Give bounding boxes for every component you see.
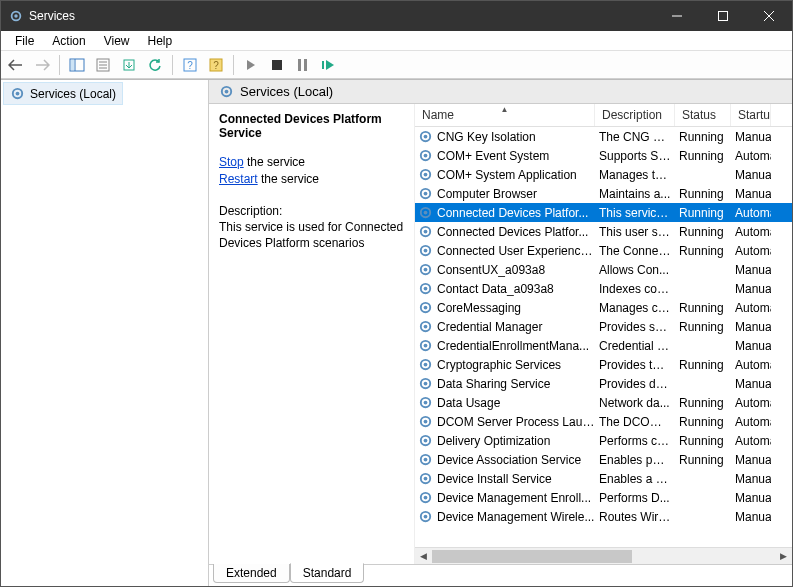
stop-service-button[interactable] <box>266 54 288 76</box>
scroll-track[interactable] <box>432 548 775 565</box>
properties-button[interactable] <box>92 54 114 76</box>
service-row[interactable]: Cryptographic ServicesProvides thr...Run… <box>415 355 792 374</box>
service-description: The Connec... <box>595 244 675 258</box>
show-hide-tree-button[interactable] <box>66 54 88 76</box>
gear-icon <box>418 281 433 296</box>
service-row[interactable]: Computer BrowserMaintains a...RunningMan… <box>415 184 792 203</box>
column-header-name[interactable]: Name ▲ <box>415 104 595 126</box>
service-description: The CNG ke... <box>595 130 675 144</box>
service-row[interactable]: Contact Data_a093a8Indexes con...Manual <box>415 279 792 298</box>
pause-service-button[interactable] <box>292 54 314 76</box>
service-startup: Manual <box>731 187 771 201</box>
service-list-pane: Name ▲ Description Status Startup Type C… <box>414 104 792 564</box>
service-row[interactable]: CoreMessagingManages co...RunningAutomat… <box>415 298 792 317</box>
service-row[interactable]: Connected Devices Platfor...This user se… <box>415 222 792 241</box>
service-row[interactable]: Connected User Experience...The Connec..… <box>415 241 792 260</box>
service-row[interactable]: CNG Key IsolationThe CNG ke...RunningMan… <box>415 127 792 146</box>
svg-point-25 <box>225 90 229 94</box>
service-status: Running <box>675 225 731 239</box>
gear-icon <box>10 86 25 101</box>
scroll-left-button[interactable]: ◀ <box>415 548 432 565</box>
tab-extended[interactable]: Extended <box>213 564 290 583</box>
maximize-button[interactable] <box>700 1 746 31</box>
service-row[interactable]: Device Install ServiceEnables a c...Manu… <box>415 469 792 488</box>
svg-point-29 <box>424 154 428 158</box>
svg-point-59 <box>424 439 428 443</box>
service-name: Device Management Wirele... <box>437 510 595 524</box>
service-row[interactable]: Data UsageNetwork da...RunningAutomatic <box>415 393 792 412</box>
column-header-description[interactable]: Description <box>595 104 675 126</box>
service-startup: Automatic <box>731 434 771 448</box>
restart-service-button[interactable] <box>318 54 340 76</box>
service-startup: Automatic <box>731 225 771 239</box>
svg-point-43 <box>424 287 428 291</box>
service-startup: Manual <box>731 453 771 467</box>
service-startup: Manual <box>731 377 771 391</box>
menu-file[interactable]: File <box>7 32 42 50</box>
export-list-button[interactable] <box>118 54 140 76</box>
service-row[interactable]: COM+ System ApplicationManages th...Manu… <box>415 165 792 184</box>
service-description: The DCOML... <box>595 415 675 429</box>
svg-rect-19 <box>298 59 301 71</box>
tree-root-label: Services (Local) <box>30 87 116 101</box>
forward-button[interactable] <box>31 54 53 76</box>
refresh-button[interactable] <box>144 54 166 76</box>
svg-point-41 <box>424 268 428 272</box>
service-startup: Manual <box>731 491 771 505</box>
gear-icon <box>418 433 433 448</box>
service-description: Provides thr... <box>595 358 675 372</box>
column-header-startup[interactable]: Startup Type <box>731 104 771 126</box>
service-name: COM+ System Application <box>437 168 595 182</box>
start-service-button[interactable] <box>240 54 262 76</box>
gear-icon <box>418 148 433 163</box>
horizontal-scrollbar[interactable]: ◀ ▶ <box>415 547 792 564</box>
service-status: Running <box>675 396 731 410</box>
service-row[interactable]: COM+ Event SystemSupports Sy...RunningAu… <box>415 146 792 165</box>
svg-point-63 <box>424 477 428 481</box>
menu-help[interactable]: Help <box>140 32 181 50</box>
service-row[interactable]: Data Sharing ServiceProvides da...Manual <box>415 374 792 393</box>
help-button[interactable]: ? <box>179 54 201 76</box>
service-row[interactable]: Device Management Wirele...Routes Wire..… <box>415 507 792 526</box>
service-row[interactable]: ConsentUX_a093a8Allows Con...Manual <box>415 260 792 279</box>
service-status: Running <box>675 453 731 467</box>
service-status: Running <box>675 434 731 448</box>
svg-text:?: ? <box>213 60 219 71</box>
svg-rect-21 <box>322 61 324 69</box>
list-body[interactable]: CNG Key IsolationThe CNG ke...RunningMan… <box>415 127 792 547</box>
restart-service-link[interactable]: Restart <box>219 172 258 186</box>
minimize-button[interactable] <box>654 1 700 31</box>
close-button[interactable] <box>746 1 792 31</box>
scroll-right-button[interactable]: ▶ <box>775 548 792 565</box>
tree-root-services-local[interactable]: Services (Local) <box>3 82 123 105</box>
column-header-status[interactable]: Status <box>675 104 731 126</box>
svg-point-65 <box>424 496 428 500</box>
svg-point-35 <box>424 211 428 215</box>
service-name: Device Association Service <box>437 453 595 467</box>
back-button[interactable] <box>5 54 27 76</box>
gear-icon <box>418 224 433 239</box>
stop-service-link[interactable]: Stop <box>219 155 244 169</box>
service-name: Data Sharing Service <box>437 377 595 391</box>
gear-icon <box>219 84 234 99</box>
scroll-thumb[interactable] <box>432 550 632 563</box>
service-row[interactable]: Delivery OptimizationPerforms co...Runni… <box>415 431 792 450</box>
menu-action[interactable]: Action <box>44 32 93 50</box>
service-row[interactable]: Credential ManagerProvides se...RunningM… <box>415 317 792 336</box>
menu-view[interactable]: View <box>96 32 138 50</box>
svg-point-23 <box>16 92 20 96</box>
service-row[interactable]: Device Management Enroll...Performs D...… <box>415 488 792 507</box>
gear-icon <box>418 395 433 410</box>
svg-point-67 <box>424 515 428 519</box>
service-description: Routes Wire... <box>595 510 675 524</box>
service-description: Maintains a... <box>595 187 675 201</box>
tab-standard[interactable]: Standard <box>290 563 365 583</box>
tree-pane: Services (Local) <box>1 80 209 586</box>
svg-point-47 <box>424 325 428 329</box>
service-row[interactable]: Connected Devices Platfor...This service… <box>415 203 792 222</box>
service-row[interactable]: DCOM Server Process Laun...The DCOML...R… <box>415 412 792 431</box>
service-row[interactable]: Device Association ServiceEnables pair..… <box>415 450 792 469</box>
service-startup: Automatic <box>731 358 771 372</box>
help-topics-button[interactable]: ? <box>205 54 227 76</box>
service-row[interactable]: CredentialEnrollmentMana...Credential E.… <box>415 336 792 355</box>
